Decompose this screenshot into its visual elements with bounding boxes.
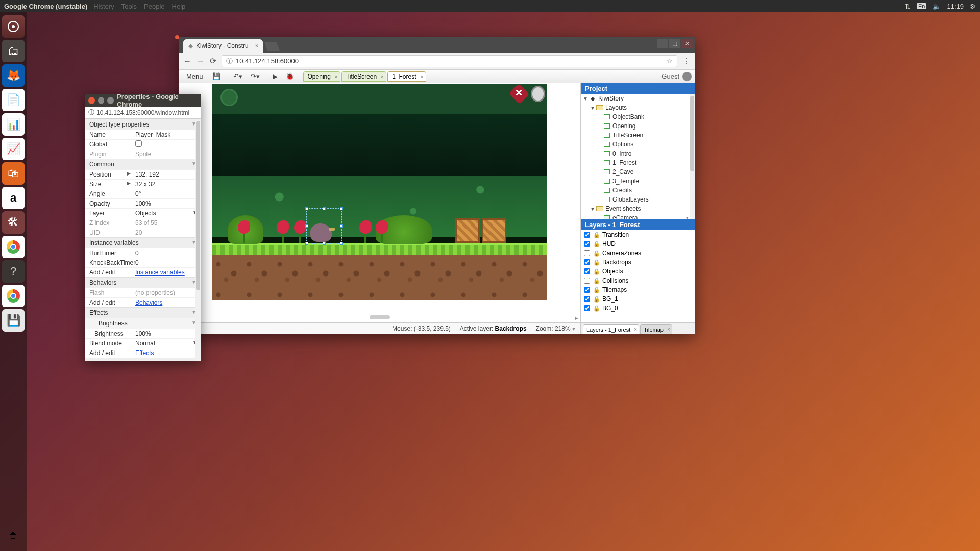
hurttimer-input[interactable]: 0 [133, 249, 201, 257]
zoom-dropdown-icon[interactable]: ▾ [572, 325, 575, 332]
layers-panel-header[interactable]: Layers - 1_Forest [581, 219, 695, 230]
angle-input[interactable]: 0° [133, 190, 201, 197]
layer-visible-checkbox[interactable] [584, 268, 590, 274]
close-icon[interactable]: × [334, 73, 337, 80]
layer-visible-checkbox[interactable] [584, 241, 590, 247]
close-tab-icon[interactable]: × [255, 42, 259, 49]
close-icon[interactable]: × [381, 73, 384, 80]
menu-people[interactable]: People [144, 3, 164, 10]
flower-sprite[interactable] [375, 220, 389, 243]
window-minimize-icon[interactable]: — [657, 39, 668, 48]
blendmode-select[interactable]: Normal▼ [133, 340, 201, 347]
menu-help[interactable]: Help [172, 3, 186, 10]
redo-icon[interactable]: ↷▾ [248, 71, 263, 81]
chrome-titlebar[interactable]: ◆ KiwiStory - Constru × — ▢ ✕ [179, 37, 695, 53]
clock[interactable]: 11:19 [947, 3, 964, 10]
menu-button[interactable]: Menu [182, 71, 207, 81]
save-icon[interactable]: 💾 [209, 71, 224, 81]
menu-tools[interactable]: Tools [121, 3, 137, 10]
close-icon[interactable]: × [634, 327, 637, 332]
name-input[interactable]: Player_Mask [133, 131, 201, 138]
properties-titlebar[interactable]: Properties - Google Chrome [85, 94, 201, 107]
lock-icon[interactable]: 🔒 [593, 232, 599, 238]
close-icon[interactable]: × [667, 327, 670, 332]
project-tree[interactable]: ▼◆KiwiStory ▼Layouts ObjectBank Opening … [581, 94, 695, 219]
lock-icon[interactable]: 🔒 [593, 259, 599, 266]
volume-icon[interactable]: 🔈 [933, 3, 941, 10]
disk-icon[interactable]: 💾 [2, 309, 24, 332]
knockback-input[interactable]: 0 [133, 259, 201, 266]
layout-editor[interactable]: ▸ Mouse: (-33.5, 239.5) Active layer: Ba… [179, 83, 580, 334]
firefox-icon[interactable]: 🦊 [2, 64, 24, 87]
flower-sprite[interactable] [237, 220, 251, 243]
effects-link[interactable]: Effects [135, 349, 154, 357]
flower-sprite[interactable] [358, 220, 373, 243]
avatar-icon[interactable] [682, 72, 692, 81]
flower-sprite[interactable] [276, 220, 290, 243]
help-icon[interactable]: ? [2, 260, 24, 283]
debug-icon[interactable]: 🐞 [283, 71, 297, 81]
crate-sprite[interactable] [455, 218, 480, 243]
layer-visible-checkbox[interactable] [584, 278, 590, 284]
lock-icon[interactable]: 🔒 [593, 296, 599, 303]
lock-icon[interactable]: 🔒 [593, 241, 599, 247]
browser-tab[interactable]: ◆ KiwiStory - Constru × [183, 39, 263, 53]
horizontal-scrollbar[interactable] [179, 315, 580, 322]
writer-icon[interactable]: 📄 [2, 89, 24, 111]
expand-icon[interactable]: ▶ [127, 171, 131, 176]
position-input[interactable]: ▶132, 192 [133, 171, 201, 178]
window-maximize-icon[interactable]: ▢ [669, 39, 680, 48]
properties-url-bar[interactable]: ⓘ 10.41.124.158:60000/window.html [85, 107, 201, 119]
tab-layers[interactable]: Layers - 1_Forest× [583, 324, 639, 334]
scrollbar[interactable] [690, 94, 695, 219]
tab-opening[interactable]: Opening× [303, 71, 340, 82]
game-canvas[interactable] [212, 84, 547, 300]
files-icon[interactable]: 🗂 [2, 40, 24, 62]
lock-icon[interactable]: 🔒 [593, 305, 599, 312]
reload-icon[interactable]: ⟳ [210, 56, 216, 66]
crate-sprite[interactable] [482, 218, 506, 243]
calc-icon[interactable]: 📊 [2, 113, 24, 136]
layer-visible-checkbox[interactable] [584, 305, 590, 311]
chrome-icon[interactable] [2, 236, 24, 258]
window-minimize-icon[interactable] [98, 97, 105, 104]
tab-titlescreen[interactable]: TitleScreen× [341, 71, 386, 82]
language-indicator[interactable]: En [917, 3, 926, 9]
layer-visible-checkbox[interactable] [584, 259, 590, 265]
layer-visible-checkbox[interactable] [584, 287, 590, 293]
trash-icon[interactable]: 🗑 [2, 524, 24, 547]
back-icon[interactable]: ← [183, 57, 191, 66]
undo-icon[interactable]: ↶▾ [230, 71, 246, 81]
lock-icon[interactable]: 🔒 [593, 250, 599, 257]
site-info-icon[interactable]: ⓘ [226, 57, 233, 66]
window-close-icon[interactable] [88, 97, 95, 104]
project-panel-header[interactable]: Project [581, 83, 695, 94]
close-icon[interactable]: × [420, 73, 423, 80]
url-input[interactable]: ⓘ 10.41.124.158:60000 ☆ [222, 55, 677, 67]
settings-icon[interactable]: 🛠 [2, 211, 24, 234]
layers-list[interactable]: 🔒Transition 🔒HUD 🔒CameraZones 🔒Backdrops… [581, 230, 695, 322]
bookmark-star-icon[interactable]: ☆ [667, 57, 673, 65]
system-gear-icon[interactable]: ⚙ [970, 3, 976, 10]
layer-visible-checkbox[interactable] [584, 232, 590, 238]
menu-history[interactable]: History [93, 3, 114, 10]
window-maximize-icon[interactable] [107, 97, 114, 104]
lock-icon[interactable]: 🔒 [593, 278, 599, 284]
layer-visible-checkbox[interactable] [584, 250, 590, 256]
play-icon[interactable]: ▶ [270, 71, 281, 81]
opacity-input[interactable]: 100% [133, 200, 201, 207]
size-input[interactable]: ▶32 x 32 [133, 181, 201, 188]
network-icon[interactable]: ⇅ [905, 3, 911, 10]
expand-icon[interactable]: ▶ [127, 181, 131, 186]
amazon-icon[interactable]: a [2, 187, 24, 209]
flower-sprite[interactable] [293, 220, 307, 243]
layer-visible-checkbox[interactable] [584, 296, 590, 302]
chrome-menu-icon[interactable]: ⋮ [682, 56, 691, 66]
chrome-unstable-icon[interactable] [2, 285, 24, 307]
scrollbar[interactable] [195, 119, 201, 361]
dash-icon[interactable] [2, 15, 24, 38]
site-info-icon[interactable]: ⓘ [88, 108, 94, 117]
global-checkbox[interactable] [135, 140, 142, 147]
properties-body[interactable]: Object type properties▼ NamePlayer_Mask … [85, 119, 201, 361]
new-tab-button[interactable] [264, 42, 280, 51]
